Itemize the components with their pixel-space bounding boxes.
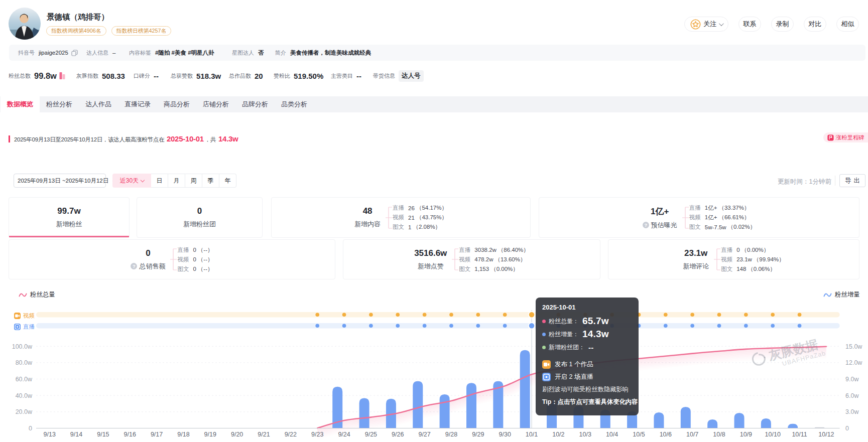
line-wave-icon-pink [19,292,27,298]
info-intro: 简介 美食传播者，制造美味成就经典 [275,45,371,61]
notice-peak-date: 2025-10-01 [167,134,204,143]
stat-commerce-info: 带货信息 达人号 [373,68,424,84]
similar-button[interactable]: 相似 [836,17,859,32]
svg-text:9/14: 9/14 [70,431,82,438]
breakdown-new-comments: 直播0（0.00%） 视频23.1w（99.94%） 图文148（0.06%） [714,245,785,274]
card-new-fans[interactable]: 99.7w 新增粉丝 [9,197,130,238]
tab-data-overview[interactable]: 数据概览 [1,96,40,112]
svg-text:9/25: 9/25 [365,431,377,438]
card-new-comments[interactable]: 23.1w 新增评论 直播0（0.00%） 视频23.1w（99.94%） 图文… [608,239,859,279]
star-icon [690,19,701,30]
chart-left-series-label: 粉丝总量 [19,290,55,299]
divider [835,176,835,186]
card-est-exposure[interactable]: 1亿+ ?预估曝光 直播1亿+（33.37%） 视频1亿+（66.61%） 图文… [539,197,859,238]
weekly-rank-badge: 指数榜周榜第4906名 [46,26,106,36]
svg-text:60.0w: 60.0w [16,376,33,383]
tab-category-analysis[interactable]: 品类分析 [275,96,314,112]
card-new-likes[interactable]: 3516.6w 新增点赞 直播3038.2w（86.40%） 视频478.2w（… [343,239,600,279]
breakdown-total-sales: 直播0（--） 视频0（--） 图文0（--） [170,245,213,274]
header-actions: 关注 联系 录制 对比 相似 [684,17,859,32]
breakdown-label: 视频 [721,256,732,263]
notice-text: 2025年09月13日至2025年10月12日，该达人最高涨粉节点在 2025-… [14,134,239,143]
svg-text:10/8: 10/8 [713,431,725,438]
svg-text:12.0w: 12.0w [845,359,862,366]
breakdown-percent: （0.06%） [748,265,776,273]
breakdown-bracket [682,205,689,231]
fans-trend-icon[interactable] [59,72,65,80]
kpi-label: 新增点赞 [414,262,447,271]
card-total-sales[interactable]: 0 ?总销售额 直播0（--） 视频0（--） 图文0（--） [9,239,335,279]
tooltip-tip: Tip：点击节点可查看具体变化内容 [542,396,633,408]
tab-product-analysis[interactable]: 商品分析 [157,96,196,112]
breakdown-value: 0 [193,247,196,253]
stat-main-category: 主营类目 -- [331,68,361,84]
fans-trend-chart[interactable]: 9/139/149/159/169/179/189/199/209/219/22… [0,301,868,442]
breakdown-label: 图文 [689,223,701,231]
date-range-picker[interactable]: 2025年09月13日 ~2025年10月12日 [14,174,106,188]
breakdown-label: 直播 [177,246,189,254]
help-icon[interactable]: ? [643,222,649,228]
tooltip-live-event: 开启 2 场直播 [542,371,633,383]
card-new-fanclub[interactable]: 0 新增粉丝团 [137,197,263,238]
daily-rank-badge: 指数榜日榜第4257名 [111,26,172,36]
tab-brand-analysis[interactable]: 品牌分析 [235,96,275,112]
breakdown-value: 0 [736,247,739,253]
svg-text:10/4: 10/4 [606,431,618,438]
milestone-button[interactable]: 涨粉里程碑 [823,132,868,142]
breakdown-bracket [386,205,393,231]
segment-week[interactable]: 周 [185,174,202,188]
avatar [9,8,41,40]
selected-indicator [9,236,129,238]
kpi-value: 0 [131,248,165,258]
breakdown-percent: （13.60%） [494,256,526,263]
tab-live-records[interactable]: 直播记录 [118,96,157,112]
segment-month[interactable]: 月 [168,174,185,188]
tooltip-metric-value: 14.3w [582,329,609,340]
notice-accent-bar [9,135,10,142]
svg-text:10/11: 10/11 [792,431,807,438]
export-button[interactable]: 导出 [839,174,865,187]
profile-name: 景德镇（鸡排哥） [47,12,109,23]
breakdown-label: 视频 [393,214,404,221]
svg-text:10/7: 10/7 [686,431,698,438]
segment-year[interactable]: 年 [219,174,236,188]
green-dot-icon [542,346,546,349]
breakdown-percent: （54.17%） [416,204,447,212]
copy-icon[interactable] [71,50,78,56]
tooltip-metric-name: 粉丝总量： [549,317,579,326]
kpi-label: 新增粉丝团 [183,220,216,229]
segment-quarter[interactable]: 季 [202,174,219,188]
info-bar: 抖音号 jipaige2025 达人信息 – 内容标签 #随拍 #美食 #明星八… [9,45,865,61]
breakdown-percent: （--） [198,246,213,254]
chart-right-series-label: 粉丝增量 [823,290,860,299]
compare-button[interactable]: 对比 [804,17,826,32]
svg-text:10/3: 10/3 [579,431,591,438]
chevron-down-icon [141,178,145,182]
svg-text:10/1: 10/1 [526,431,538,438]
breakdown-label: 直播 [689,204,701,212]
card-new-content[interactable]: 48 新增内容 直播26（54.17%） 视频21（43.75%） 图文1（2.… [271,197,531,238]
period-segmented-control: 近30天 日 月 周 季 年 [112,174,236,188]
svg-text:0: 0 [29,425,32,432]
info-douyin-id: 抖音号 jipaige2025 [18,45,78,61]
record-button[interactable]: 录制 [771,17,794,32]
segment-last30days[interactable]: 近30天 [112,174,151,188]
tab-fans-analysis[interactable]: 粉丝分析 [40,96,79,112]
info-content-tags: 内容标签 #随拍 #美食 #明星八卦 [129,45,214,61]
tooltip-metric-name: 粉丝增量： [549,330,579,339]
segment-day[interactable]: 日 [151,174,168,188]
kpi-label: 新增评论 [683,262,709,271]
help-icon[interactable]: ? [131,263,137,269]
breakdown-percent: （99.94%） [754,256,785,263]
svg-text:9/17: 9/17 [151,431,163,438]
svg-text:3.0w: 3.0w [845,408,859,415]
kpi-value: 48 [354,206,381,216]
flag-icon [827,134,834,141]
video-icon [542,360,551,369]
chart-tooltip: 2025-10-01 粉丝总量： 65.7w 粉丝增量： 14.3w 新增粉丝团… [536,298,639,415]
follow-button[interactable]: 关注 [684,17,728,32]
stat-total-likes: 总获赞数 518.3w [171,68,221,84]
contact-button[interactable]: 联系 [738,17,761,32]
tab-creator-works[interactable]: 达人作品 [79,96,118,112]
tab-shop-analysis[interactable]: 店铺分析 [196,96,235,112]
